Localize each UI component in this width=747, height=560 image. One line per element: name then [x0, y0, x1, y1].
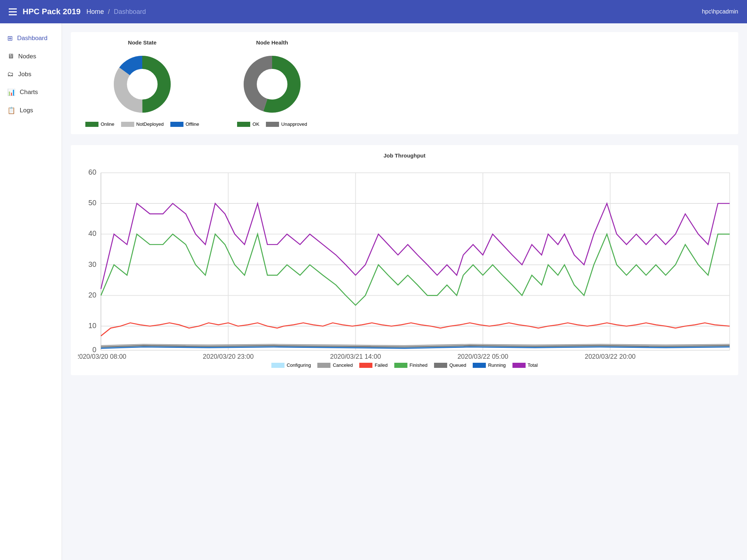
- sidebar-item-charts[interactable]: 📊 Charts: [0, 83, 62, 101]
- total-label: Total: [528, 362, 538, 368]
- ok-label: OK: [252, 121, 259, 127]
- sidebar-label-logs: Logs: [20, 107, 33, 114]
- charts-icon: 📊: [7, 88, 15, 96]
- running-label: Running: [488, 362, 506, 368]
- svg-text:2020/03/20 08:00: 2020/03/20 08:00: [78, 353, 126, 359]
- node-health-chart: Node Health OK Unapprove: [236, 39, 309, 127]
- sidebar-item-nodes[interactable]: 🖥 Nodes: [0, 47, 62, 65]
- legend-ok: OK: [237, 121, 259, 127]
- svg-text:10: 10: [88, 322, 96, 330]
- svg-text:60: 60: [88, 168, 96, 176]
- offline-label: Offline: [186, 121, 199, 127]
- job-throughput-title: Job Throughput: [78, 152, 731, 159]
- breadcrumb-sep: /: [108, 8, 110, 15]
- svg-point-4: [128, 70, 157, 99]
- legend-queued: Queued: [434, 362, 466, 368]
- svg-text:20: 20: [88, 291, 96, 299]
- legend-configuring: Configuring: [271, 362, 311, 368]
- sidebar-label-nodes: Nodes: [18, 53, 36, 60]
- nodes-icon: 🖥: [7, 52, 14, 60]
- legend-unapproved: Unapproved: [266, 121, 307, 127]
- legend-total: Total: [512, 362, 538, 368]
- legend-running: Running: [473, 362, 506, 368]
- queued-color: [434, 363, 447, 368]
- online-label: Online: [101, 121, 115, 127]
- total-color: [512, 363, 526, 368]
- svg-point-8: [258, 70, 287, 99]
- unapproved-color: [266, 122, 279, 127]
- legend-notdeployed: NotDeployed: [121, 121, 164, 127]
- job-throughput-svg: 60 50 40 30 20 10 0: [78, 163, 731, 359]
- svg-text:30: 30: [88, 260, 96, 268]
- dashboard-icon: ⊞: [7, 34, 13, 42]
- sidebar: ⊞ Dashboard 🖥 Nodes 🗂 Jobs 📊 Charts 📋 Lo…: [0, 23, 62, 560]
- finished-color: [394, 363, 407, 368]
- legend-online: Online: [85, 121, 115, 127]
- canceled-color: [317, 363, 330, 368]
- configuring-label: Configuring: [287, 362, 311, 368]
- offline-color: [170, 122, 183, 127]
- sidebar-label-jobs: Jobs: [18, 71, 31, 78]
- configuring-color: [271, 363, 285, 368]
- unapproved-label: Unapproved: [281, 121, 307, 127]
- sidebar-item-logs[interactable]: 📋 Logs: [0, 101, 62, 120]
- svg-text:2020/03/22 20:00: 2020/03/22 20:00: [585, 353, 635, 359]
- breadcrumb-home[interactable]: Home: [86, 8, 104, 15]
- node-state-svg: [106, 51, 179, 117]
- running-color: [473, 363, 486, 368]
- main-content: Node State Onlin: [62, 23, 747, 560]
- online-color: [85, 122, 98, 127]
- node-health-svg: [236, 51, 309, 117]
- topbar: HPC Pack 2019 Home / Dashboard hpc\hpcad…: [0, 0, 747, 23]
- legend-canceled: Canceled: [317, 362, 353, 368]
- chart-legend: Configuring Canceled Failed Finished Que…: [78, 362, 731, 368]
- legend-finished: Finished: [394, 362, 427, 368]
- svg-text:2020/03/21 14:00: 2020/03/21 14:00: [330, 353, 381, 359]
- legend-failed: Failed: [359, 362, 387, 368]
- sidebar-item-jobs[interactable]: 🗂 Jobs: [0, 65, 62, 83]
- app-title: HPC Pack 2019: [23, 7, 81, 16]
- svg-text:2020/03/20 23:00: 2020/03/20 23:00: [203, 353, 253, 359]
- canceled-label: Canceled: [333, 362, 353, 368]
- logs-icon: 📋: [7, 106, 15, 114]
- svg-text:2020/03/22 05:00: 2020/03/22 05:00: [457, 353, 508, 359]
- ok-color: [237, 122, 250, 127]
- node-state-legend: Online NotDeployed Offline: [85, 121, 199, 127]
- node-state-title: Node State: [128, 39, 156, 46]
- sidebar-item-dashboard[interactable]: ⊞ Dashboard: [0, 29, 62, 47]
- node-health-legend: OK Unapproved: [237, 121, 307, 127]
- job-throughput-chart: Job Throughput 60 50 40 30 20 10 0: [71, 145, 738, 375]
- notdeployed-color: [121, 122, 134, 127]
- jobs-icon: 🗂: [7, 70, 14, 78]
- svg-text:40: 40: [88, 229, 96, 237]
- legend-offline: Offline: [170, 121, 199, 127]
- breadcrumb: Home / Dashboard: [86, 8, 146, 16]
- failed-label: Failed: [375, 362, 387, 368]
- node-health-title: Node Health: [256, 39, 288, 46]
- node-state-chart: Node State Onlin: [85, 39, 199, 127]
- user-label: hpc\hpcadmin: [702, 8, 738, 15]
- donut-charts-row: Node State Onlin: [71, 32, 738, 134]
- notdeployed-label: NotDeployed: [136, 121, 164, 127]
- sidebar-label-dashboard: Dashboard: [17, 35, 47, 42]
- failed-color: [359, 363, 372, 368]
- breadcrumb-current: Dashboard: [114, 8, 146, 15]
- finished-label: Finished: [410, 362, 427, 368]
- svg-text:50: 50: [88, 199, 96, 207]
- svg-text:0: 0: [92, 346, 96, 354]
- queued-label: Queued: [449, 362, 466, 368]
- hamburger-menu[interactable]: [9, 8, 17, 15]
- sidebar-label-charts: Charts: [20, 89, 38, 96]
